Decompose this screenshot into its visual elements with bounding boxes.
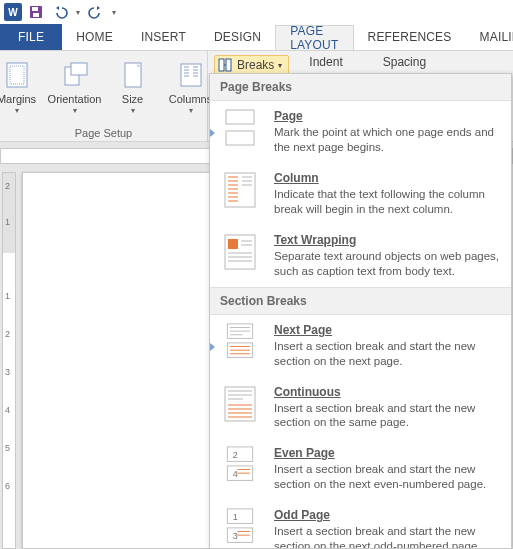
svg-rect-61: [227, 509, 252, 523]
even-page-break-icon: 24: [218, 446, 262, 484]
break-column[interactable]: Column Indicate that the text following …: [210, 163, 511, 225]
orientation-button[interactable]: Orientation ▾: [47, 57, 103, 123]
break-text-wrapping[interactable]: Text Wrapping Separate text around objec…: [210, 225, 511, 287]
svg-rect-19: [226, 110, 254, 124]
group-page-setup: Margins ▾ Orientation ▾ Size ▾ Columns ▾…: [0, 51, 208, 141]
submenu-arrow-icon: [210, 129, 215, 137]
vertical-ruler[interactable]: 2 1 1 2 3 4 5 6: [2, 172, 16, 549]
svg-rect-6: [71, 63, 87, 75]
title-bar: W ▾ ▾: [0, 0, 513, 24]
page-breaks-header: Page Breaks: [210, 74, 511, 101]
chevron-down-icon: ▾: [189, 106, 193, 115]
svg-rect-21: [225, 173, 255, 207]
word-app-icon: W: [4, 3, 22, 21]
tab-design[interactable]: DESIGN: [200, 24, 275, 50]
tab-insert[interactable]: INSERT: [127, 24, 200, 50]
break-page[interactable]: Page Mark the point at which one page en…: [210, 101, 511, 163]
break-next-page[interactable]: Next Page Insert a section break and sta…: [210, 315, 511, 377]
tab-home[interactable]: HOME: [62, 24, 127, 50]
svg-rect-1: [32, 7, 38, 11]
chevron-down-icon: ▾: [278, 61, 282, 70]
qat-dropdown-icon[interactable]: ▾: [76, 8, 80, 17]
svg-rect-17: [219, 59, 224, 71]
save-icon[interactable]: [28, 4, 44, 20]
break-continuous[interactable]: Continuous Insert a section break and st…: [210, 377, 511, 439]
column-break-icon: [218, 171, 262, 209]
ribbon-tabs: FILE HOME INSERT DESIGN PAGE LAYOUT REFE…: [0, 24, 513, 50]
text-wrapping-break-icon: [218, 233, 262, 271]
quick-access-toolbar: ▾ ▾: [28, 4, 116, 20]
submenu-arrow-icon: [210, 343, 215, 351]
svg-rect-18: [226, 59, 231, 71]
tab-references[interactable]: REFERENCES: [354, 24, 466, 50]
next-page-break-icon: [218, 323, 262, 361]
tab-mailings[interactable]: MAILIN: [466, 24, 513, 50]
size-button[interactable]: Size ▾: [105, 57, 161, 123]
svg-rect-2: [33, 13, 39, 17]
tab-page-layout[interactable]: PAGE LAYOUT: [275, 25, 353, 51]
tab-file[interactable]: FILE: [0, 24, 62, 50]
breaks-icon: [217, 57, 233, 73]
svg-rect-47: [225, 387, 255, 421]
svg-text:2: 2: [233, 450, 238, 460]
continuous-break-icon: [218, 385, 262, 423]
section-breaks-header: Section Breaks: [210, 287, 511, 315]
svg-text:1: 1: [233, 512, 238, 522]
break-odd-page[interactable]: 13 Odd Page Insert a section break and s…: [210, 500, 511, 549]
svg-rect-33: [228, 239, 238, 249]
margins-button[interactable]: Margins ▾: [0, 57, 45, 123]
break-even-page[interactable]: 24 Even Page Insert a section break and …: [210, 438, 511, 500]
svg-rect-20: [226, 131, 254, 145]
group-label-page-setup: Page Setup: [0, 125, 207, 141]
svg-rect-55: [227, 447, 252, 461]
undo-icon[interactable]: [52, 4, 68, 20]
chevron-down-icon: ▾: [15, 106, 19, 115]
chevron-down-icon: ▾: [131, 106, 135, 115]
svg-text:3: 3: [233, 531, 238, 541]
qat-customize-icon[interactable]: ▾: [112, 8, 116, 17]
odd-page-break-icon: 13: [218, 508, 262, 546]
breaks-button[interactable]: Breaks ▾: [214, 55, 289, 75]
redo-icon[interactable]: [88, 4, 104, 20]
chevron-down-icon: ▾: [73, 106, 77, 115]
breaks-dropdown: Page Breaks Page Mark the point at which…: [209, 73, 512, 549]
page-break-icon: [218, 109, 262, 147]
svg-text:4: 4: [233, 469, 238, 479]
